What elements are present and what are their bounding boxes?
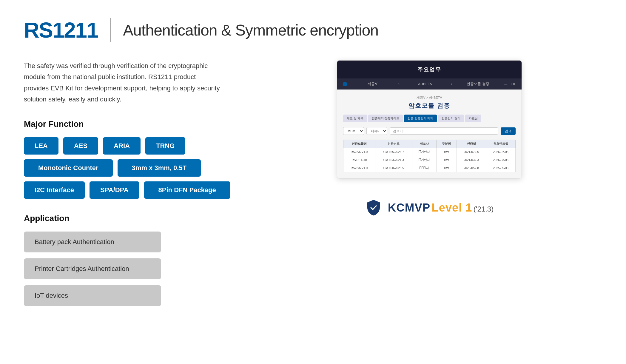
tc-r2c1: RS1211-10: [343, 156, 375, 164]
tc-r1c2: CM 165-2026.7: [375, 148, 412, 156]
table-row: RS2332V1.0 CM 160-2025.5 PPPI사 HW 2020-0…: [343, 164, 516, 172]
screenshot-panel: 주요업무 제공V › AHBETV › 인증모듈 검증 — ☐ ✕ 제공V > …: [337, 60, 522, 178]
func-btn-lea: LEA: [24, 137, 58, 155]
sc-page-title: 암호모듈 검증: [343, 102, 516, 110]
func-btn-monotonic: Monotonic Counter: [24, 159, 113, 177]
func-btn-dfn: 8Pin DFN Package: [144, 181, 230, 199]
table-row: RS2332V1.0 CM 165-2026.7 IT기반사 HW 2021-0…: [343, 148, 516, 156]
sc-select-1[interactable]: MBM: [343, 127, 364, 135]
func-btn-i2c: I2C Interface: [24, 181, 85, 199]
sc-table: 인증모듈명 인증번호 제조사 구분명 인증일 유효만료일 RS2332V1.0 …: [343, 140, 516, 172]
sc-nav-dot: [343, 82, 347, 86]
tc-r1c5: 2021-07-05: [457, 148, 486, 156]
sc-select-2[interactable]: 제목내: [366, 127, 387, 135]
app-item-printer: Printer Cartridges Authentication: [24, 258, 161, 279]
left-column: The safety was verified through verifica…: [24, 60, 233, 306]
kcmvp-year: ('21.3): [474, 205, 494, 213]
application-title: Application: [24, 214, 233, 223]
header-divider: [110, 18, 111, 42]
sc-table-header-row: 인증모듈명 인증번호 제조사 구분명 인증일 유효만료일: [343, 140, 516, 148]
tc-r1c4: HW: [436, 148, 457, 156]
sc-search-button[interactable]: 검색: [501, 127, 516, 135]
app-list: Battery pack Authentication Printer Cart…: [24, 232, 233, 306]
major-function-section: Major Function LEA AES ARIA TRNG Monoton…: [24, 119, 233, 199]
sc-main-title: 주요업무: [344, 66, 514, 73]
table-row: RS1211-10 CM 163-2024.3 IT기반사 HW 2021-03…: [343, 156, 516, 164]
sc-tab-1[interactable]: 인증제의 검증가이드: [368, 115, 403, 122]
sc-nav-bar: 제공V › AHBETV › 인증모듈 검증 — ☐ ✕: [337, 78, 522, 90]
tc-r2c3: IT기반사: [412, 156, 436, 164]
sc-search-input[interactable]: [390, 127, 498, 135]
func-btn-size: 3mm x 3mm, 0.5T: [118, 159, 201, 177]
tc-r3c6: 2025-05-08: [486, 164, 516, 172]
tc-r1c3: IT기반사: [412, 148, 436, 156]
description-text: The safety was verified through verifica…: [24, 60, 221, 105]
page-header: RS1211 Authentication & Symmetric encryp…: [24, 18, 602, 42]
sc-col-header-5: 인증일: [457, 140, 486, 148]
tc-r3c1: RS2332V1.0: [343, 164, 375, 172]
page-subtitle: Authentication & Symmetric encryption: [123, 21, 378, 39]
sc-breadcrumb: 제공V > AHBETV: [343, 95, 516, 100]
sc-nav-sep-1: ›: [398, 82, 400, 86]
tc-r2c6: 2026-03-03: [486, 156, 516, 164]
func-btn-trng: TRNG: [145, 137, 185, 155]
kcmvp-level-label: Level 1: [432, 201, 472, 214]
sc-nav-item-3: 인증모듈 검증: [458, 81, 498, 87]
sc-nav-item-2: AHBETV: [405, 82, 445, 86]
sc-header: 주요업무: [337, 61, 522, 78]
sc-tabs: 제요 및 제목 인증제의 검증가이드 검증 인증인의 폐제 인증인의 현미 자료…: [343, 115, 516, 122]
sc-nav-controls: — ☐ ✕: [504, 82, 516, 86]
function-grid: LEA AES ARIA TRNG Monotonic Counter 3mm …: [24, 137, 233, 199]
sc-filter-row: MBM 제목내 검색: [343, 127, 516, 135]
sc-nav-sep-2: ›: [451, 82, 452, 86]
tc-r3c3: PPPI사: [412, 164, 436, 172]
app-item-iot: IoT devices: [24, 285, 161, 306]
sc-col-header-2: 인증번호: [375, 140, 412, 148]
app-item-battery: Battery pack Authentication: [24, 232, 161, 252]
sc-tab-4[interactable]: 자료실: [465, 115, 481, 122]
application-section: Application Battery pack Authentication …: [24, 214, 233, 306]
main-content: The safety was verified through verifica…: [24, 60, 602, 306]
func-btn-spa: SPA/DPA: [90, 181, 139, 199]
sc-tab-0[interactable]: 제요 및 제목: [343, 115, 367, 122]
product-name: RS1211: [24, 18, 98, 42]
tc-r2c2: CM 163-2024.3: [375, 156, 412, 164]
sc-col-header-6: 유효만료일: [486, 140, 516, 148]
tc-r3c4: HW: [436, 164, 457, 172]
shield-icon: [365, 199, 382, 216]
sc-tab-2[interactable]: 검증 인증인의 폐제: [404, 115, 437, 122]
sc-col-header-3: 제조사: [412, 140, 436, 148]
func-btn-aria: ARIA: [103, 137, 141, 155]
kcmvp-text-group: KCMVP Level 1 ('21.3): [388, 201, 494, 214]
kcmvp-badge: KCMVP Level 1 ('21.3): [365, 199, 494, 216]
tc-r1c6: 2026-07-05: [486, 148, 516, 156]
sc-col-header-4: 구분명: [436, 140, 457, 148]
sc-col-header-1: 인증모듈명: [343, 140, 375, 148]
tc-r3c2: CM 160-2025.5: [375, 164, 412, 172]
tc-r3c5: 2020-05-08: [457, 164, 486, 172]
sc-body: 제공V > AHBETV 암호모듈 검증 제요 및 제목 인증제의 검증가이드 …: [337, 90, 522, 178]
func-btn-aes: AES: [63, 137, 98, 155]
tc-r1c1: RS2332V1.0: [343, 148, 375, 156]
sc-nav-item-1: 제공V: [353, 81, 392, 87]
sc-tab-3[interactable]: 인증인의 현미: [438, 115, 464, 122]
tc-r2c4: HW: [436, 156, 457, 164]
major-function-title: Major Function: [24, 119, 233, 129]
kcmvp-label: KCMVP: [388, 201, 430, 214]
right-column: 주요업무 제공V › AHBETV › 인증모듈 검증 — ☐ ✕ 제공V > …: [257, 60, 602, 306]
tc-r2c5: 2021-03-03: [457, 156, 486, 164]
